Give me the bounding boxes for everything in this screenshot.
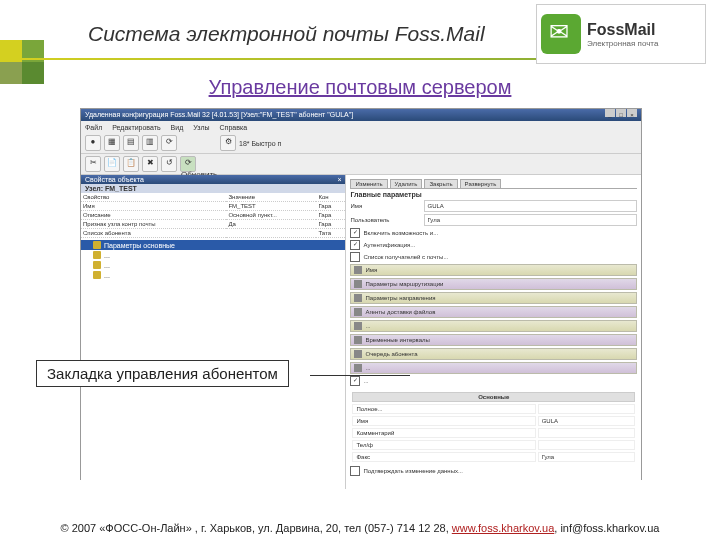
section-icon — [354, 308, 362, 316]
tab-button[interactable]: Изменить — [350, 179, 387, 188]
slide-subtitle: Управление почтовым сервером — [0, 76, 720, 99]
checkbox[interactable] — [350, 466, 360, 476]
menu-item[interactable]: Редактировать — [112, 124, 160, 131]
panel-title: Свойства объекта× — [81, 175, 345, 184]
section-header[interactable]: Очередь абонента — [350, 348, 637, 360]
section-header[interactable]: Имя — [350, 264, 637, 276]
toolbar-icon[interactable]: ✂ — [85, 156, 101, 172]
status-check: Подтверждать изменение данных... — [350, 466, 637, 476]
toolbar-icon[interactable]: ↺ — [161, 156, 177, 172]
tree-item[interactable]: ... — [81, 250, 345, 260]
toolbar-icon[interactable]: ⚙ — [220, 135, 236, 151]
section-header[interactable]: Параметры маршрутизации — [350, 278, 637, 290]
section-header[interactable]: ... — [350, 362, 637, 374]
section-icon — [354, 336, 362, 344]
toolbar-icon[interactable]: ▥ — [142, 135, 158, 151]
menu-item[interactable]: Вид — [171, 124, 184, 131]
tab-button[interactable]: Удалить — [390, 179, 423, 188]
table-row: ИмяFM_TESTГара — [81, 202, 345, 211]
app-screenshot: Удаленная конфигурация Foss.Mail 32 [4.0… — [80, 108, 642, 480]
close-icon[interactable]: × — [337, 176, 341, 183]
checkbox-row: Список получателей с почты... — [350, 252, 637, 262]
section-icon — [354, 350, 362, 358]
left-panel: Свойства объекта× Узел: FM_TEST Свойство… — [81, 175, 346, 489]
copyright: © 2007 «ФОСС-Он-Лайн» , г. Харьков, ул. … — [61, 522, 452, 534]
logo-text: FossMail — [587, 21, 658, 39]
group-title: Главные параметры — [350, 191, 637, 198]
node-label: Узел: FM_TEST — [81, 184, 345, 193]
section-icon — [354, 364, 362, 372]
menu-item[interactable]: Узлы — [193, 124, 209, 131]
window-title: Удаленная конфигурация Foss.Mail 32 [4.0… — [85, 109, 353, 121]
field-row: ПользовательГула — [350, 214, 637, 226]
folder-icon — [93, 241, 101, 249]
table-row: Признак узла контр почтыДаГара — [81, 220, 345, 229]
toolbar-label: 18* Быстро п — [239, 140, 281, 147]
tab-button[interactable]: Развернуть — [460, 179, 502, 188]
text-field[interactable]: GULA — [424, 200, 637, 212]
callout-box: Закладка управления абонентом — [36, 360, 289, 387]
tree-item[interactable]: ... — [81, 270, 345, 280]
slide-title: Система электронной почты Foss.Mail — [88, 22, 485, 46]
section-icon — [354, 266, 362, 274]
toolbar-icon[interactable]: ● — [85, 135, 101, 151]
logo-subtitle: Электронная почта — [587, 39, 658, 48]
callout-connector — [310, 375, 410, 376]
checkbox-row: ✓Аутентификация... — [350, 240, 637, 250]
maximize-icon: □ — [616, 109, 626, 117]
menu-item[interactable]: Файл — [85, 124, 102, 131]
toolbar-icon[interactable]: 📋 — [123, 156, 139, 172]
section-icon — [354, 294, 362, 302]
table-row: Полное... — [352, 404, 635, 414]
checkbox[interactable]: ✓ — [350, 228, 360, 238]
envelope-icon — [541, 14, 581, 54]
tree-item[interactable]: ... — [81, 260, 345, 270]
footer-email: , inf@foss.kharkov.ua — [554, 522, 659, 534]
refresh-icon[interactable]: ⟳ Обновить — [180, 156, 196, 172]
bottom-grid: Основные Полное... ИмяGULA Комментарий Т… — [350, 390, 637, 464]
checkbox[interactable]: ✓ — [350, 240, 360, 250]
tab-bar: Изменить Удалить Закрыть Развернуть — [350, 179, 637, 189]
right-panel: Изменить Удалить Закрыть Развернуть Глав… — [346, 175, 641, 489]
section-header[interactable]: ... — [350, 320, 637, 332]
checkbox[interactable] — [350, 252, 360, 262]
menu-bar[interactable]: Файл Редактировать Вид Узлы Справка — [81, 121, 641, 133]
toolbar-2: ✂ 📄 📋 ✖ ↺ ⟳ Обновить — [81, 154, 641, 175]
folder-icon — [93, 251, 101, 259]
tab-button[interactable]: Закрыть — [424, 179, 457, 188]
folder-icon — [93, 271, 101, 279]
minimize-icon: _ — [605, 109, 615, 117]
toolbar-icon[interactable]: 📄 — [104, 156, 120, 172]
section-header[interactable]: Параметры направления — [350, 292, 637, 304]
logo: FossMail Электронная почта — [536, 4, 706, 64]
checkbox-row: ✓Включить возможность и... — [350, 228, 637, 238]
section-header[interactable]: Агенты доставки файлов — [350, 306, 637, 318]
text-field[interactable]: Гула — [424, 214, 637, 226]
window-controls[interactable]: _□× — [604, 109, 637, 121]
menu-item[interactable]: Справка — [220, 124, 247, 131]
folder-icon — [93, 261, 101, 269]
table-row: Список абонентаТата — [81, 229, 345, 238]
toolbar-icon[interactable]: ▦ — [104, 135, 120, 151]
table-row: Тел/ф — [352, 440, 635, 450]
table-row: ФаксГула — [352, 452, 635, 462]
footer-link[interactable]: www.foss.kharkov.ua — [452, 522, 555, 534]
field-row: ИмяGULA — [350, 200, 637, 212]
close-icon: × — [627, 109, 637, 117]
footer: © 2007 «ФОСС-Он-Лайн» , г. Харьков, ул. … — [0, 522, 720, 534]
window-titlebar: Удаленная конфигурация Foss.Mail 32 [4.0… — [81, 109, 641, 121]
property-table: СвойствоЗначениеКон ИмяFM_TESTГара Описа… — [81, 193, 345, 238]
toolbar-icon[interactable]: ✖ — [142, 156, 158, 172]
section-icon — [354, 280, 362, 288]
toolbar-icon[interactable]: ⟳ — [161, 135, 177, 151]
table-row: ИмяGULA — [352, 416, 635, 426]
section-icon — [354, 322, 362, 330]
toolbar-1: ● ▦ ▤ ▥ ⟳ ⚙ 18* Быстро п — [81, 133, 641, 154]
tree-item[interactable]: Параметры основные — [81, 240, 345, 250]
table-row: Комментарий — [352, 428, 635, 438]
toolbar-icon[interactable]: ▤ — [123, 135, 139, 151]
table-row: ОписаниеОсновной пункт...Гара — [81, 211, 345, 220]
checkbox[interactable]: ✓ — [350, 376, 360, 386]
section-header[interactable]: Временные интервалы — [350, 334, 637, 346]
